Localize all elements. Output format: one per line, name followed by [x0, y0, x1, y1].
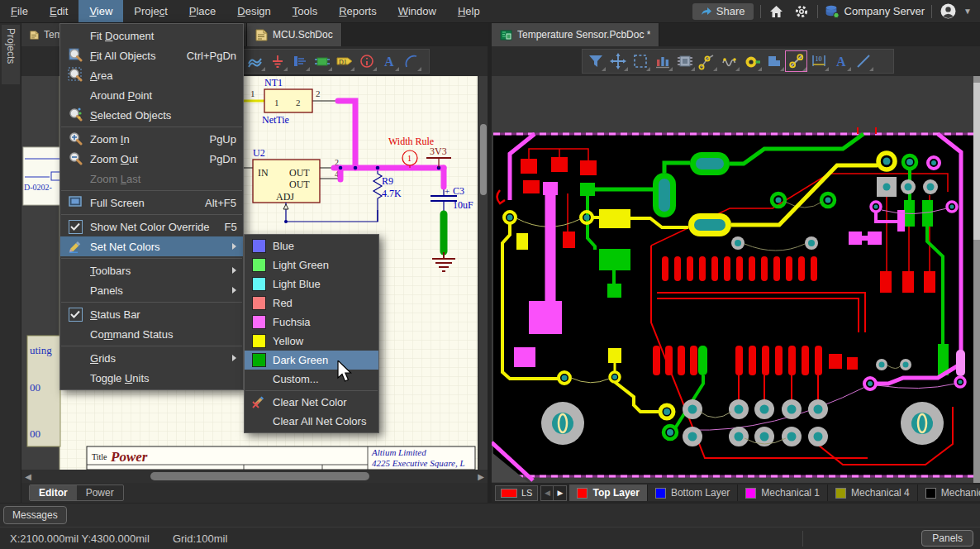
menubar-item-reports[interactable]: Reports	[328, 0, 388, 22]
menu-item-status-bar[interactable]: Status Bar	[60, 304, 243, 324]
schematic-horizontal-scrollbar[interactable]: ◀ ▶	[21, 470, 488, 483]
tab-editor[interactable]: Editor	[30, 485, 77, 500]
part-icon[interactable]	[311, 50, 333, 72]
pcb-canvas[interactable]	[492, 76, 973, 483]
net-color-custom[interactable]: Custom...	[245, 370, 378, 389]
menu-item-command-status[interactable]: Command Status	[60, 324, 243, 344]
messages-button[interactable]: Messages	[3, 506, 67, 524]
net-label-icon[interactable]: D1	[333, 50, 355, 72]
dimension-icon[interactable]: 10	[807, 50, 830, 72]
gear-icon[interactable]	[792, 2, 811, 21]
scrollbar-thumb[interactable]	[480, 124, 487, 195]
menu-item-toolbars[interactable]: Toolbars	[60, 260, 243, 280]
menu-item-clear-all-net-colors[interactable]: Clear All Net Colors	[245, 412, 378, 431]
menu-item-around-point[interactable]: Around Point	[60, 85, 243, 105]
wire-icon[interactable]	[244, 50, 266, 72]
menu-item-full-screen[interactable]: Full ScreenAlt+F5	[60, 193, 243, 212]
menu-item-toggle-units[interactable]: Toggle Units	[60, 368, 243, 388]
menu-item-clear-net-color[interactable]: Clear Net Color	[245, 393, 378, 412]
move-icon[interactable]	[607, 50, 629, 72]
layer-scroll-right-icon[interactable]: ▶	[554, 486, 566, 500]
sidebar-tab-projects[interactable]: Projects	[2, 25, 20, 84]
net-color-light-blue[interactable]: Light Blue	[245, 274, 378, 294]
net-color-yellow[interactable]: Yellow	[245, 332, 378, 351]
scrollbar-thumb[interactable]	[973, 83, 980, 240]
doc-tab-mcu-schdoc[interactable]: MCU.SchDoc	[247, 23, 342, 46]
net-color-red[interactable]: Red	[245, 294, 378, 313]
select-area-icon[interactable]	[629, 50, 651, 72]
menu-item-panels[interactable]: Panels	[60, 280, 243, 300]
panels-button[interactable]: Panels	[921, 530, 973, 547]
menu-item-label: Full Screen	[90, 197, 145, 209]
menu-item-grids[interactable]: Grids	[60, 348, 243, 368]
company-server-button[interactable]: Company Server	[825, 5, 925, 18]
user-avatar[interactable]	[939, 2, 957, 21]
route-icon[interactable]	[696, 50, 718, 72]
scroll-right-icon[interactable]: ▶	[474, 472, 488, 481]
menubar-item-place[interactable]: Place	[178, 0, 227, 22]
doc-tab-temperature-sensor-pcbdoc[interactable]: Temperature Sensor.PcbDoc *	[492, 23, 659, 46]
scrollbar-thumb[interactable]	[150, 472, 369, 480]
layer-tab-mechanical-4[interactable]: Mechanical 4	[828, 485, 918, 501]
menubar-item-view[interactable]: View	[78, 0, 123, 22]
divider	[760, 5, 761, 18]
text-icon[interactable]: A	[830, 50, 852, 72]
home-icon[interactable]	[768, 2, 786, 21]
trace-icon[interactable]	[785, 50, 807, 72]
menu-item-show-net-color-override[interactable]: Show Net Color OverrideF5	[60, 217, 243, 236]
menu-shortcut: PgUp	[194, 133, 236, 146]
menubar-item-design[interactable]: Design	[226, 0, 281, 22]
pcb-vertical-scrollbar[interactable]	[973, 76, 980, 483]
line-icon[interactable]	[852, 50, 874, 72]
layer-tab-mechanical-1[interactable]: Mechanical 1	[738, 485, 828, 501]
menu-item-label: Show Net Color Override	[90, 221, 210, 233]
submenu-arrow-icon	[232, 267, 236, 274]
net-color-light-green[interactable]: Light Green	[245, 255, 378, 274]
no-erc-icon[interactable]	[355, 50, 378, 72]
tab-power[interactable]: Power	[77, 485, 123, 500]
menubar-item-tools[interactable]: Tools	[282, 0, 328, 22]
pin-icon[interactable]	[288, 50, 311, 72]
menu-item-selected-objects[interactable]: Selected Objects	[60, 105, 243, 125]
menu-item-fit-all-objects[interactable]: Fit All ObjectsCtrl+PgDn	[60, 45, 243, 65]
net-color-dark-green[interactable]: Dark Green	[245, 351, 378, 370]
arc-icon[interactable]	[400, 50, 422, 72]
menubar-item-edit[interactable]: Edit	[39, 0, 78, 22]
svg-text:D-0202-: D-0202-	[24, 183, 52, 192]
menu-separator	[61, 214, 242, 215]
menu-item-label: Custom...	[273, 373, 319, 385]
svg-text:+: +	[445, 186, 450, 196]
svg-text:10uF: 10uF	[453, 199, 473, 211]
menubar-item-project[interactable]: Project	[123, 0, 178, 22]
polygon-icon[interactable]	[763, 50, 785, 72]
component-icon[interactable]	[673, 50, 696, 72]
menu-item-area[interactable]: Area	[60, 65, 243, 85]
layer-tab-mechanical-16[interactable]: Mechanical 16	[918, 485, 980, 501]
layer-tab-label: Mechanical 4	[851, 487, 910, 499]
power-port-icon[interactable]	[266, 50, 288, 72]
menu-item-fit-document[interactable]: Fit Document	[60, 26, 243, 45]
menubar-item-file[interactable]: File	[0, 0, 39, 22]
layer-tab-top-layer[interactable]: Top Layer	[569, 485, 647, 501]
via-icon[interactable]	[740, 50, 763, 72]
menu-separator	[61, 127, 242, 127]
text-icon[interactable]: A	[378, 50, 400, 72]
share-button[interactable]: Share	[692, 3, 754, 20]
scroll-left-icon[interactable]: ◀	[21, 472, 35, 481]
menu-item-set-net-colors[interactable]: Set Net Colors	[60, 236, 243, 256]
tune-icon[interactable]	[718, 50, 740, 72]
layer-scroll-left-icon[interactable]: ◀	[541, 486, 554, 500]
pad-icon[interactable]	[651, 50, 673, 72]
menu-item-zoom-out[interactable]: Zoom OutPgDn	[60, 149, 243, 169]
net-color-fuchsia[interactable]: Fuchsia	[245, 313, 378, 332]
menubar-item-help[interactable]: Help	[447, 0, 491, 22]
svg-text:IN: IN	[258, 167, 269, 179]
filter-icon[interactable]	[584, 50, 607, 72]
menu-item-zoom-in[interactable]: Zoom InPgUp	[60, 129, 243, 149]
net-color-blue[interactable]: Blue	[245, 236, 378, 255]
layer-tab-bottom-layer[interactable]: Bottom Layer	[648, 485, 738, 501]
layer-sets-button[interactable]: LS	[495, 485, 538, 501]
chevron-down-icon[interactable]: ▼	[963, 7, 972, 16]
schematic-vertical-scrollbar[interactable]	[478, 76, 488, 470]
menubar-item-window[interactable]: Window	[388, 0, 447, 22]
